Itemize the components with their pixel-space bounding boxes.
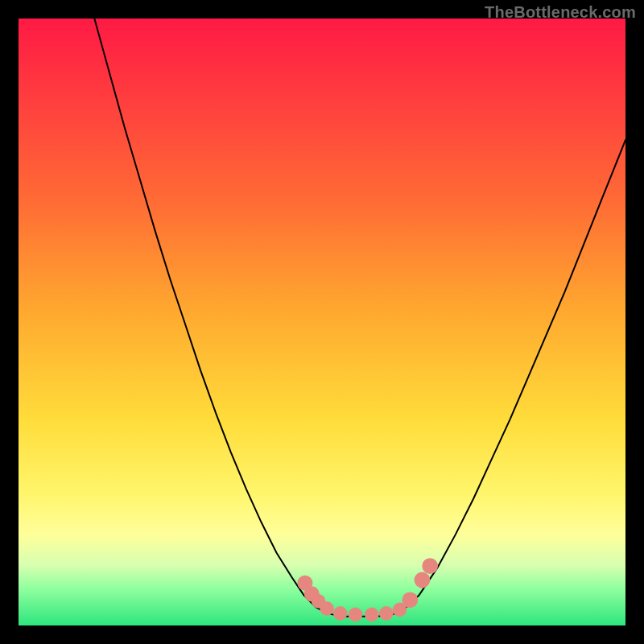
data-marker — [349, 608, 363, 622]
data-marker — [320, 601, 334, 616]
data-marker — [422, 558, 438, 574]
watermark-text: TheBottleneck.com — [485, 3, 636, 22]
curve-right-branch — [401, 140, 625, 613]
chart-svg — [19, 19, 625, 625]
data-marker — [365, 608, 379, 622]
plot-area — [19, 19, 625, 625]
data-marker — [402, 592, 418, 608]
marker-group — [297, 558, 438, 621]
data-marker — [333, 606, 348, 621]
data-marker — [379, 606, 394, 621]
data-marker — [415, 572, 431, 588]
curve-left-branch — [94, 19, 328, 613]
